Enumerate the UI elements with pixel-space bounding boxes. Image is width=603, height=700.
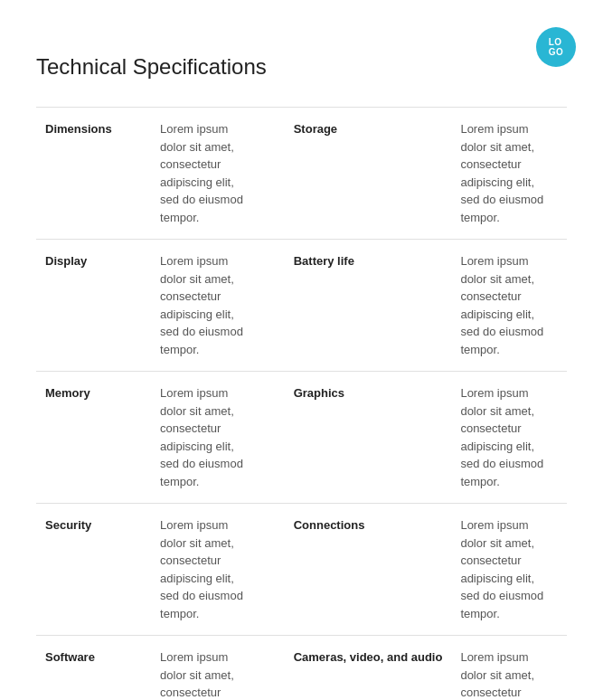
left-value: Lorem ipsum dolor sit amet, consectetur … [151, 240, 267, 372]
col-spacer [267, 108, 285, 240]
right-value: Lorem ipsum dolor sit amet, consectetur … [451, 504, 567, 636]
right-label: Battery life [285, 240, 452, 372]
left-label: Software [36, 636, 151, 701]
right-value: Lorem ipsum dolor sit amet, consectetur … [451, 240, 567, 372]
right-label: Storage [285, 108, 452, 240]
table-row: Memory Lorem ipsum dolor sit amet, conse… [36, 372, 567, 504]
table-row: Display Lorem ipsum dolor sit amet, cons… [36, 240, 567, 372]
left-label: Dimensions [36, 108, 151, 240]
logo-badge: LOGO [536, 27, 576, 67]
left-value: Lorem ipsum dolor sit amet, consectetur … [151, 636, 267, 701]
table-row: Dimensions Lorem ipsum dolor sit amet, c… [36, 108, 567, 240]
table-row: Software Lorem ipsum dolor sit amet, con… [36, 636, 567, 701]
left-value: Lorem ipsum dolor sit amet, consectetur … [151, 108, 267, 240]
page-title: Technical Specifications [36, 54, 567, 80]
right-value: Lorem ipsum dolor sit amet, consectetur … [451, 372, 567, 504]
col-spacer [267, 636, 285, 701]
left-label: Display [36, 240, 151, 372]
col-spacer [267, 372, 285, 504]
table-row: Security Lorem ipsum dolor sit amet, con… [36, 504, 567, 636]
main-content: Technical Specifications Dimensions Lore… [0, 0, 603, 700]
right-value: Lorem ipsum dolor sit amet, consectetur … [451, 108, 567, 240]
left-value: Lorem ipsum dolor sit amet, consectetur … [151, 372, 267, 504]
left-value: Lorem ipsum dolor sit amet, consectetur … [151, 504, 267, 636]
right-value: Lorem ipsum dolor sit amet, consectetur … [451, 636, 567, 701]
right-label: Graphics [285, 372, 452, 504]
specs-table: Dimensions Lorem ipsum dolor sit amet, c… [36, 107, 567, 700]
right-label: Cameras, video, and audio [285, 636, 452, 701]
left-label: Security [36, 504, 151, 636]
col-spacer [267, 240, 285, 372]
col-spacer [267, 504, 285, 636]
left-label: Memory [36, 372, 151, 504]
right-label: Connections [285, 504, 452, 636]
